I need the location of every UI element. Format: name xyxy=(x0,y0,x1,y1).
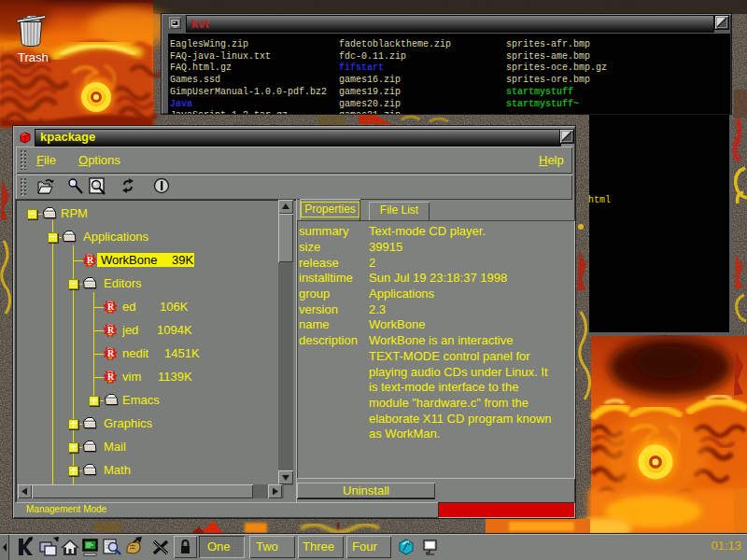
svg-text:R: R xyxy=(107,301,115,312)
svg-text:R: R xyxy=(107,371,115,382)
svg-text:R: R xyxy=(87,255,94,265)
svg-text:R: R xyxy=(107,325,115,335)
svg-text:R: R xyxy=(107,348,115,358)
